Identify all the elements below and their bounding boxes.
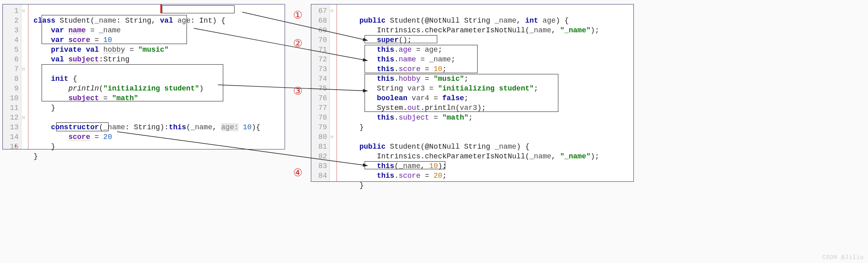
ref-intrinsics: Intrinsics <box>377 26 420 34</box>
ref-score: score <box>68 133 90 141</box>
keyword-false: false <box>442 94 464 102</box>
type-string: String <box>464 143 491 151</box>
line-number: 69 <box>313 25 327 35</box>
type-string: String <box>377 84 403 93</box>
string-music: "music" <box>138 46 169 54</box>
ctor-name: Student <box>390 17 421 25</box>
line-number: 14 <box>4 132 19 142</box>
fold-collapse-icon[interactable] <box>22 64 25 74</box>
arg-var3: var3 <box>460 104 477 112</box>
code-area-left[interactable]: class Student(_name: String, val age: In… <box>29 4 285 149</box>
keyword-this: this <box>377 75 394 83</box>
line-number: 9 <box>4 84 19 93</box>
line-number: 78 <box>313 113 327 122</box>
param-name: _name <box>495 143 516 151</box>
keyword-this: this <box>377 114 394 122</box>
string-init: "initializing student" <box>103 84 199 93</box>
keyword-public: public <box>359 17 386 25</box>
keyword-private: private <box>51 46 82 54</box>
keyword-this: this <box>169 123 186 131</box>
line-number: 8 <box>4 74 19 84</box>
line-number: 81 <box>313 142 327 151</box>
editor-pane-java: 67 68 69 70 71 72 73 74 75 76 77 78 79 8… <box>311 4 634 182</box>
literal-10b: 10 <box>243 123 252 131</box>
fn-check: checkParameterIsNotNull <box>425 152 525 160</box>
gutter-right: 67 68 69 70 71 72 73 74 75 76 77 78 79 8… <box>311 4 330 181</box>
keyword-boolean: boolean <box>377 94 407 102</box>
line-number: 12 <box>4 113 19 122</box>
line-number: 2 <box>4 16 19 25</box>
field-out: out <box>407 104 420 112</box>
prop-name: name <box>68 26 86 34</box>
string-math: "math" <box>442 114 468 122</box>
field-hobby: hobby <box>398 75 420 83</box>
line-number: 7 <box>4 64 19 74</box>
arg-_name: _name <box>398 162 420 170</box>
keyword-init: init <box>51 75 68 83</box>
literal-10: 10 <box>434 65 442 73</box>
var3: var3 <box>407 84 425 93</box>
fold-margin-right <box>330 4 337 181</box>
text-cursor-icon <box>160 4 162 13</box>
keyword-var: var <box>51 26 64 34</box>
type-string: String <box>103 55 130 63</box>
literal-10: 10 <box>429 162 438 170</box>
fold-collapse-icon[interactable] <box>331 132 333 142</box>
keyword-this: this <box>377 46 394 54</box>
param-name2: _name <box>103 123 125 131</box>
fold-collapse-icon[interactable] <box>22 6 25 16</box>
prop-subject: subject <box>68 55 99 63</box>
line-number: 3 <box>4 25 19 35</box>
keyword-class: class <box>34 17 55 25</box>
keyword-var: var <box>51 36 64 44</box>
param-name: _name <box>495 17 516 25</box>
keyword-constructor: constructor <box>51 123 99 131</box>
callout-3-icon: ③ <box>291 85 304 97</box>
line-number: 76 <box>313 93 327 103</box>
ref-subject: subject <box>68 94 99 102</box>
string-init: "initializing student" <box>438 84 534 93</box>
type-int: Int <box>199 17 212 25</box>
line-number: 74 <box>313 74 327 84</box>
ctor-name: Student <box>390 143 421 151</box>
code-area-right[interactable]: public Student(@NotNull String _name, in… <box>337 4 633 181</box>
line-number: 79 <box>313 122 327 132</box>
fold-collapse-icon[interactable] <box>331 6 333 16</box>
prop-hobby: hobby <box>103 46 125 54</box>
string-_name: "_name" <box>560 26 591 34</box>
line-number: 6 <box>4 55 19 64</box>
string-music: "music" <box>434 75 464 83</box>
line-number: 80 <box>313 132 327 142</box>
param-age: age <box>178 17 191 25</box>
change-marker-icon: + <box>14 142 17 151</box>
field-score: score <box>398 65 420 73</box>
line-number: 77 <box>313 103 327 113</box>
line-number: 10 <box>4 93 19 103</box>
ref-age: age <box>425 46 438 54</box>
gutter-left: 1 2 3 4 5 6 7 8 9 10 11 12 13 14 15 <box>3 4 21 149</box>
keyword-this: this <box>377 172 394 180</box>
var4: var4 <box>412 94 429 102</box>
line-number: 75 <box>313 84 327 93</box>
fold-collapse-icon[interactable] <box>22 113 25 122</box>
keyword-val: val <box>86 46 99 54</box>
line-number: 13 <box>4 122 19 132</box>
field-subject: subject <box>398 114 429 122</box>
string-_name: "_name" <box>560 152 591 160</box>
literal-10: 10 <box>103 36 112 44</box>
arg-_name: _name <box>530 152 551 160</box>
type-string: String <box>125 17 151 25</box>
literal-20: 20 <box>103 133 112 141</box>
line-number: 71 <box>313 45 327 55</box>
arg-_name: _name <box>191 123 212 131</box>
annotation-notnull: @NotNull <box>425 143 459 151</box>
param-hint-age: age: <box>221 123 239 131</box>
watermark-text: CSDN @Jiliu <box>822 254 864 261</box>
type-string: String <box>464 17 491 25</box>
fn-println: println <box>425 104 455 112</box>
keyword-val: val <box>160 17 173 25</box>
keyword-this: this <box>377 55 394 63</box>
string-math: "math" <box>112 94 138 102</box>
keyword-public: public <box>359 143 386 151</box>
ref-system: System <box>377 104 403 112</box>
